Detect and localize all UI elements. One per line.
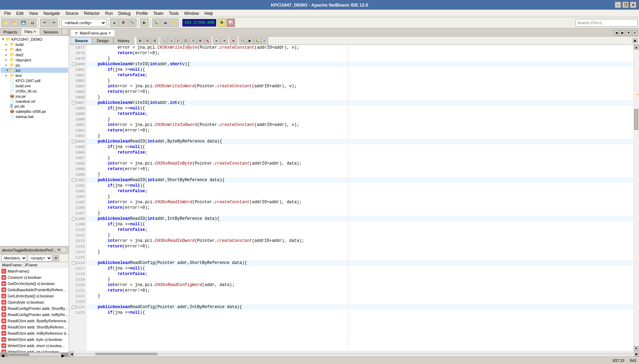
scroll-thumb[interactable] [8, 354, 29, 356]
run-to-cursor[interactable]: ⊟ [151, 37, 158, 44]
window-close[interactable]: ✕ [632, 30, 638, 36]
close-button[interactable]: ✕ [630, 2, 636, 8]
navigate-forward[interactable]: ▷ [175, 37, 182, 44]
run-main[interactable]: ▶ [247, 37, 254, 44]
member-readio-int[interactable]: M ReadIO(int addr, IntByReference d... [0, 330, 69, 336]
tab-files[interactable]: Files ✕ [21, 28, 40, 36]
scroll-down-button[interactable]: ▼ [634, 346, 639, 351]
debug-button[interactable]: 🐛 [152, 19, 161, 27]
find-usages[interactable]: 🔍 [161, 37, 168, 44]
filter-combo[interactable]: <empty> [28, 255, 52, 262]
menu-help[interactable]: Help [202, 10, 216, 17]
tree-item-pic[interactable]: ▸ 📁 pic [1, 62, 68, 68]
menu-team[interactable]: Team [151, 10, 166, 17]
members-sort-button[interactable]: ⚙ [53, 255, 59, 261]
tree-item-dist[interactable]: ▸ 📁 dist [1, 47, 68, 52]
fold-widget-1094[interactable]: − [72, 140, 75, 143]
member-getiobase[interactable]: M GetIoBaseAddr(PointerByRefere... [0, 287, 69, 293]
tree-item-buildxml[interactable]: ▸ 📄 build.xml [1, 83, 68, 88]
menu-window[interactable]: Window [181, 10, 202, 17]
apply-code-button[interactable]: ⚡ [170, 19, 179, 27]
scroll-up-button[interactable]: ▲ [634, 45, 639, 50]
run-file-button[interactable]: ▶ [140, 19, 149, 27]
search-input[interactable] [575, 19, 638, 27]
tab-dropdown[interactable]: ▼ [626, 30, 631, 36]
toggle-task[interactable]: ☑ [182, 37, 189, 44]
tree-item-sqlite[interactable]: ▸ 📦 sqlitejdbc-v056.jar [1, 109, 68, 114]
toggle-bookmark[interactable]: ⊞ [137, 37, 144, 44]
vertical-scrollbar[interactable]: ▲ ▼ [633, 45, 639, 351]
menu-profile[interactable]: Profile [133, 10, 151, 17]
save-all-button[interactable]: 🗂 [28, 19, 37, 27]
fold-widget-1087[interactable]: − [72, 101, 75, 105]
tree-item-jar[interactable]: ▸ 📦 jna.jar [1, 94, 68, 99]
tree-item-src[interactable]: ▼ 📁 src [1, 68, 68, 73]
panel-restore-button[interactable]: ⬜ [63, 30, 67, 34]
scroll-right-button[interactable]: ▶ [61, 353, 68, 356]
scroll-thumb[interactable] [634, 109, 638, 130]
navigate-bookmarks[interactable]: 🔖 [204, 37, 211, 44]
menu-run[interactable]: Run [103, 10, 116, 17]
fold-widget-1101[interactable]: − [72, 178, 75, 182]
member-readio-short[interactable]: M ReadIO(int addr, ShortByReferen... [0, 324, 69, 330]
prev-bookmark[interactable]: ⇤ [213, 37, 220, 44]
menu-debug[interactable]: Debug [116, 10, 133, 17]
h-scroll-thumb[interactable] [95, 353, 158, 355]
member-readconfig-int[interactable]: M ReadConfig(Pointer addr, IntByRe... [0, 312, 69, 318]
clean-build-button[interactable]: 🔨 [128, 19, 136, 27]
undo-button[interactable]: ↩ [40, 19, 49, 27]
tree-item-nbproject[interactable]: ▸ 📁 nbproject [1, 57, 68, 62]
tree-item-so[interactable]: ▸ 📄 ch36x_lib.so [1, 88, 68, 94]
member-readio-byte[interactable]: M ReadIO(int addr, ByteByReference... [0, 318, 69, 324]
menu-view[interactable]: View [26, 10, 41, 17]
config-combo[interactable]: <default config> [61, 19, 106, 27]
editor-tab-mainframe[interactable]: ☕ MainFrame.java ✕ [70, 29, 115, 36]
open-project-button[interactable]: 📂 [10, 19, 19, 27]
panel-close-button[interactable]: ✕ [57, 248, 60, 252]
member-close[interactable]: M Close(int v):boolean [0, 274, 69, 281]
fold-widget-1116[interactable]: − [72, 261, 75, 265]
tree-item-dist2[interactable]: ▸ 📁 dist2 [1, 52, 68, 57]
navigate-back[interactable]: ◁ [168, 37, 175, 44]
debug-main[interactable]: 🐛 [254, 37, 261, 44]
tree-item-pcidb[interactable]: ▸ 🗄 pci.db [1, 104, 68, 109]
build-button[interactable]: ⚙ [119, 19, 127, 27]
code-content[interactable]: error = jna.pci.CH36xWriteIoByte(Pointer… [86, 45, 633, 351]
members-scrollbar[interactable]: ◀ ▶ [0, 352, 69, 356]
run-project-button[interactable]: ● [110, 19, 118, 27]
scroll-left-btn[interactable]: ◀ [69, 352, 74, 356]
tab-scroll-right[interactable]: ▶ [620, 30, 625, 36]
scroll-left-button[interactable]: ◀ [1, 353, 8, 356]
member-writeio-int[interactable]: M WriteIO(int addr, int v):boolean [0, 349, 69, 352]
menu-navigate[interactable]: Navigate [41, 10, 63, 17]
member-writeio-byte[interactable]: M WriteIO(int addr, byte v):boolean [0, 336, 69, 343]
panel-collapse-button[interactable]: ⬜ [62, 248, 67, 252]
memory-display[interactable]: 284.3/509.0MB [182, 19, 216, 27]
member-open[interactable]: M Open(byte v):boolean [0, 299, 69, 305]
redo-button[interactable]: ↪ [49, 19, 58, 27]
member-writeio-short[interactable]: M WriteIO(int addr, short v):boolea... [0, 343, 69, 349]
tab-close-button[interactable]: ✕ [108, 31, 111, 35]
save-button[interactable]: 💾 [19, 19, 28, 27]
menu-edit[interactable]: Edit [13, 10, 26, 17]
open-type[interactable]: ⊕ [197, 37, 204, 44]
tree-item-build[interactable]: ▸ 📁 build [1, 42, 68, 47]
build-main[interactable]: 🔨 [239, 37, 246, 44]
member-getlibver[interactable]: M GetLibVer(byte[] v):boolean [0, 293, 69, 299]
next-bookmark[interactable]: ⇥ [221, 37, 228, 44]
tree-item-pdf[interactable]: ▸ 📄 KPCI-1847.pdf [1, 78, 68, 83]
tab-design[interactable]: Design [92, 37, 113, 44]
fold-widget-1124[interactable]: − [72, 305, 75, 309]
gc-button[interactable]: ♻ [218, 19, 226, 27]
navigate-to[interactable]: ↗ [190, 37, 197, 44]
members-combo[interactable]: Members [1, 255, 27, 262]
profile-button[interactable]: 📊 [227, 19, 235, 27]
tree-item-test[interactable]: ▸ 📁 test [1, 73, 68, 78]
tab-scroll-left[interactable]: ◀ [613, 30, 619, 36]
member-readconfig-short[interactable]: M ReadConfig(Pointer addr, ShortBy... [0, 305, 69, 312]
toggle-breakpoint[interactable]: ⊡ [144, 37, 151, 44]
sidebar-toggle-button[interactable]: ▶ [633, 38, 638, 43]
tab-services[interactable]: Services [40, 28, 62, 36]
menu-source[interactable]: Source [63, 10, 81, 17]
new-project-button[interactable]: 📁 [1, 19, 10, 27]
